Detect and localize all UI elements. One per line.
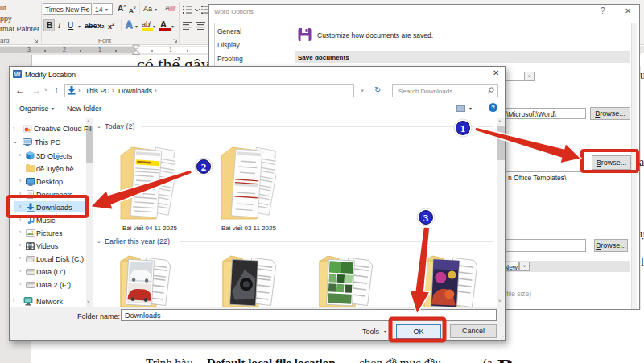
svg-text:1: 1: [460, 122, 466, 134]
svg-text:3: 3: [423, 212, 429, 224]
svg-text:2: 2: [201, 161, 207, 173]
